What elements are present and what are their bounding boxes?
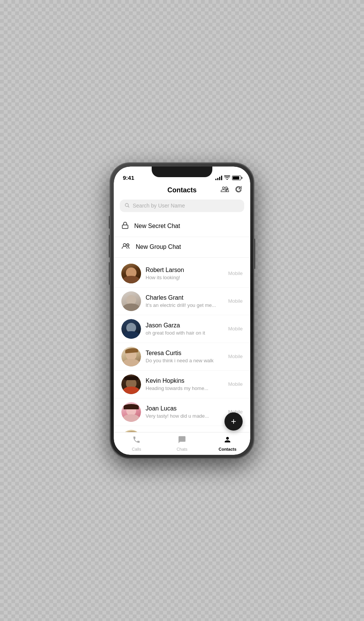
contact-tag: Mobile: [228, 298, 243, 304]
refresh-icon[interactable]: [234, 185, 243, 195]
contact-item[interactable]: Kevin Hopkins Heading towards my home...…: [114, 371, 250, 398]
app-content: Contacts: [114, 183, 250, 455]
new-secret-chat-item[interactable]: New Secret Chat: [114, 216, 250, 237]
contact-name: Kevin Hopkins: [146, 377, 224, 384]
contact-name: Charles Grant: [146, 294, 224, 301]
contact-preview: It's an electric drill! you get me...: [146, 302, 224, 308]
nav-chats-label: Chats: [177, 447, 188, 451]
contact-info: Robert Larson How its looking!: [146, 267, 224, 280]
new-secret-chat-label: New Secret Chat: [134, 223, 180, 230]
phone-shell: 9:41: [110, 163, 254, 459]
avatar: [121, 264, 141, 283]
screen: 9:41: [114, 167, 250, 455]
contact-preview: How its looking!: [146, 275, 224, 280]
contact-tag: Mobile: [228, 270, 243, 276]
contact-name: Teresa Curtis: [146, 350, 224, 357]
svg-point-7: [127, 244, 129, 246]
contact-preview: Heading towards my home...: [146, 385, 224, 391]
status-time: 9:41: [123, 175, 134, 181]
nav-contacts[interactable]: Contacts: [205, 432, 250, 454]
phone-mockup: 9:41: [110, 163, 254, 459]
nav-contacts-label: Contacts: [218, 447, 236, 451]
group-icon: [121, 242, 130, 252]
add-contact-icon[interactable]: [221, 185, 229, 195]
search-placeholder: Search by User Name: [133, 203, 185, 209]
nav-calls[interactable]: Calls: [114, 432, 159, 454]
header-actions: [221, 185, 243, 195]
avatar: [121, 430, 141, 432]
phone-icon: [132, 435, 141, 446]
new-group-chat-label: New Group Chat: [136, 244, 181, 250]
power-button[interactable]: [254, 239, 255, 269]
page-title: Contacts: [167, 186, 196, 194]
contact-info: Charles Grant It's an electric drill! yo…: [146, 294, 224, 308]
status-icons: [215, 175, 241, 181]
contact-name: Robert Larson: [146, 267, 224, 274]
contact-info: Kevin Hopkins Heading towards my home...: [146, 377, 224, 391]
notch: [152, 167, 212, 177]
contact-name: Jason Garza: [146, 322, 224, 329]
chat-icon: [178, 435, 186, 446]
svg-rect-4: [122, 225, 128, 228]
bottom-nav: Calls Chats: [114, 432, 250, 455]
contact-item[interactable]: Charles Grant It's an electric drill! yo…: [114, 288, 250, 315]
avatar: [121, 374, 141, 394]
contact-info: Joan Lucas Very tasty! how did u made...: [146, 405, 224, 419]
contact-preview: Do you think i need a new walk: [146, 358, 224, 363]
fab-button[interactable]: +: [224, 412, 243, 431]
search-bar[interactable]: Search by User Name: [120, 200, 244, 212]
nav-chats[interactable]: Chats: [159, 432, 205, 454]
add-icon: +: [231, 417, 236, 426]
svg-point-2: [125, 203, 128, 206]
signal-icon: [215, 176, 222, 180]
avatar: [121, 402, 141, 422]
contact-item[interactable]: Jason Garza oh great food with hair on i…: [114, 315, 250, 343]
contact-info: Jason Garza oh great food with hair on i…: [146, 322, 224, 336]
svg-line-3: [128, 206, 129, 207]
contacts-icon: [223, 435, 232, 446]
avatar: [121, 347, 141, 366]
contact-preview: oh great food with hair on it: [146, 330, 224, 336]
contact-info: Teresa Curtis Do you think i need a new …: [146, 350, 224, 363]
new-group-chat-item[interactable]: New Group Chat: [114, 237, 250, 258]
contact-item[interactable]: Robert Larson How its looking! Mobile: [114, 260, 250, 288]
contacts-list: Robert Larson How its looking! Mobile: [114, 258, 250, 432]
nav-calls-label: Calls: [132, 447, 141, 451]
contact-item[interactable]: Teresa Curtis Do you think i need a new …: [114, 343, 250, 371]
wifi-icon: [224, 175, 230, 181]
avatar: [121, 291, 141, 311]
battery-icon: [232, 176, 241, 180]
avatar: [121, 319, 141, 339]
svg-point-5: [123, 244, 126, 246]
contact-preview: Very tasty! how did u made...: [146, 413, 224, 419]
contact-tag: Mobile: [228, 326, 243, 332]
header: Contacts: [114, 183, 250, 198]
contact-tag: Mobile: [228, 354, 243, 359]
search-icon: [124, 203, 130, 209]
contact-tag: Mobile: [228, 381, 243, 387]
contact-name: Joan Lucas: [146, 405, 224, 412]
phone-inner: 9:41: [114, 167, 250, 455]
lock-icon: [121, 221, 129, 231]
